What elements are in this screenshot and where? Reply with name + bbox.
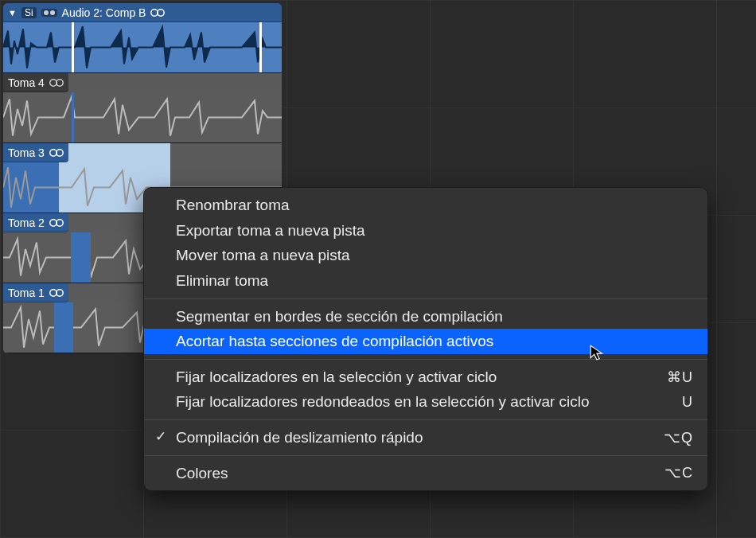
menu-rename-take[interactable]: Renombrar toma <box>144 193 707 218</box>
take-label: Toma 2 <box>8 216 45 229</box>
svg-point-7 <box>57 219 63 225</box>
shortcut-label: ⌥C <box>664 463 693 482</box>
comp-track-header[interactable]: ▼ Si Audio 2: Comp B <box>3 3 282 22</box>
menu-slice-at-comp-borders[interactable]: Segmentar en bordes de sección de compil… <box>144 304 707 329</box>
menu-quick-swipe-comping[interactable]: ✓Compilación de deslizamiento rápido⌥Q <box>144 425 707 450</box>
comp-track-title: Audio 2: Comp B <box>62 6 146 19</box>
svg-point-2 <box>50 79 57 85</box>
take-header[interactable]: Toma 4 <box>3 73 68 92</box>
comp-marker <box>72 92 74 142</box>
take-label: Toma 3 <box>8 146 45 159</box>
menu-delete-take[interactable]: Eliminar toma <box>144 268 707 294</box>
menu-separator <box>144 298 707 299</box>
svg-point-4 <box>50 149 57 155</box>
menu-separator <box>144 455 707 456</box>
comp-waveform[interactable] <box>3 22 282 72</box>
loop-icon <box>150 7 165 18</box>
shortcut-label: ⌥Q <box>664 428 693 447</box>
take-context-menu[interactable]: Renombrar toma Exportar toma a nueva pis… <box>143 187 708 491</box>
active-comp-section[interactable] <box>54 302 73 353</box>
menu-move-take[interactable]: Mover toma a nueva pista <box>144 243 707 268</box>
take-waveform[interactable] <box>3 92 282 142</box>
svg-point-1 <box>158 9 164 15</box>
playhead-marker <box>72 22 74 72</box>
shortcut-label: ⌘U <box>667 368 693 387</box>
take-header[interactable]: Toma 3 <box>3 143 68 162</box>
svg-point-6 <box>50 219 57 225</box>
svg-point-3 <box>57 79 63 85</box>
svg-point-0 <box>151 9 158 15</box>
comp-track[interactable]: ▼ Si Audio 2: Comp B <box>3 3 282 73</box>
si-indicator: Si <box>21 7 37 18</box>
take-label: Toma 1 <box>8 287 45 299</box>
svg-point-8 <box>50 289 57 295</box>
menu-set-rounded-locators-cycle[interactable]: Fijar localizadores redondeados en la se… <box>144 389 707 415</box>
svg-point-9 <box>57 289 63 295</box>
menu-colors[interactable]: Colores⌥C <box>144 461 707 486</box>
loop-icon <box>49 147 64 158</box>
checkmark-icon: ✓ <box>155 428 166 446</box>
shortcut-label: U <box>682 392 693 411</box>
active-comp-section[interactable] <box>71 232 91 283</box>
take-label: Toma 4 <box>8 76 45 89</box>
menu-set-locators-cycle[interactable]: Fijar localizadores en la selección y ac… <box>144 365 707 390</box>
take-header[interactable]: Toma 2 <box>3 213 68 232</box>
loop-icon <box>49 217 64 228</box>
loop-icon <box>49 287 64 298</box>
menu-separator <box>144 359 707 360</box>
menu-separator <box>144 419 707 420</box>
menu-trim-to-active-comp[interactable]: Acortar hasta secciones de compilación a… <box>144 329 707 354</box>
svg-point-5 <box>57 149 63 155</box>
disclosure-triangle-icon[interactable]: ▼ <box>8 8 17 18</box>
loop-icon <box>49 77 64 88</box>
region-icons <box>41 9 57 17</box>
take-lane[interactable]: Toma 4 <box>3 73 282 143</box>
edge-marker <box>259 22 262 72</box>
menu-export-take[interactable]: Exportar toma a nueva pista <box>144 218 707 244</box>
take-header[interactable]: Toma 1 <box>3 283 68 302</box>
